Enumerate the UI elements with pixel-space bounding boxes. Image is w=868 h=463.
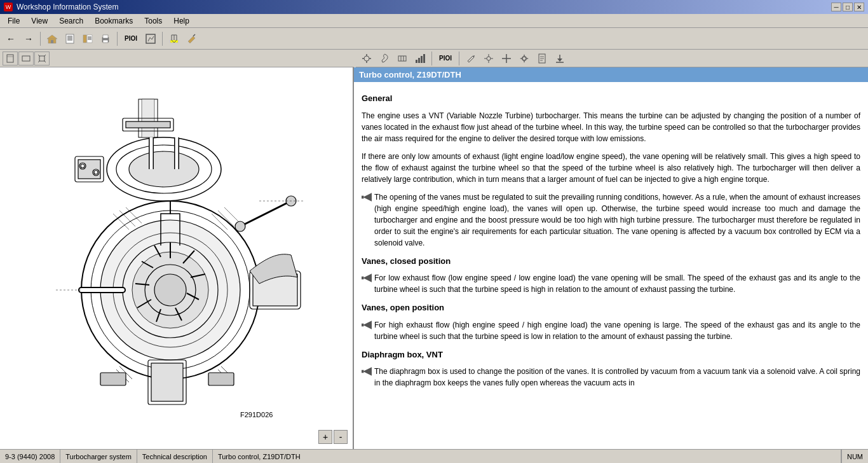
maximize-button[interactable]: □	[843, 3, 853, 11]
zoom-out-button[interactable]: -	[334, 430, 348, 444]
diagram-container: F291D026	[0, 67, 353, 449]
svg-rect-99	[151, 363, 183, 401]
para-general-3-container: The opening of the vanes must be regulat…	[362, 191, 860, 249]
para-diaphragm-container: The diaphragm box is used to change the …	[362, 366, 860, 389]
gear-icon	[519, 53, 529, 64]
annotate-button[interactable]	[184, 31, 200, 47]
content-panel: Turbo control, Z19DT/DTH General The eng…	[354, 67, 868, 449]
status-bar: 9-3 (9440) 2008 Turbocharger system Tech…	[0, 449, 868, 463]
settings-icon	[362, 53, 372, 64]
svg-rect-42	[421, 56, 423, 63]
wrench-icon	[379, 53, 390, 64]
highlight-button[interactable]	[166, 31, 182, 47]
menu-help[interactable]: Help	[168, 14, 194, 27]
svg-rect-40	[416, 60, 417, 63]
close-button[interactable]: ✕	[854, 3, 864, 11]
section-diaphragm: Diaphragm box, VNT The diaphragm box is …	[362, 349, 860, 389]
pioi-button[interactable]: PIOI	[121, 31, 141, 47]
svg-marker-1	[47, 35, 57, 39]
circuit-icon	[397, 53, 407, 64]
para-general-3: The opening of the vanes must be regulat…	[374, 191, 860, 249]
rt-wrench[interactable]	[376, 50, 393, 67]
svg-line-18	[150, 38, 152, 39]
svg-rect-113	[362, 323, 363, 326]
menu-bookmarks[interactable]: Bookmarks	[90, 14, 138, 27]
menu-bar: File View Search Bookmarks Tools Help	[0, 14, 868, 28]
svg-rect-115	[362, 370, 363, 373]
menu-tools[interactable]: Tools	[139, 14, 167, 27]
zoom-controls[interactable]: + -	[318, 430, 348, 444]
svg-line-102	[240, 201, 291, 226]
svg-rect-109	[362, 195, 363, 198]
home-button[interactable]	[44, 31, 60, 47]
svg-point-51	[522, 57, 526, 60]
side-btn-3[interactable]	[34, 52, 50, 66]
svg-line-19	[152, 36, 154, 39]
content-body[interactable]: General The engine uses a VNT (Variable …	[354, 82, 868, 449]
para-diaphragm: The diaphragm box is used to change the …	[374, 366, 860, 389]
minimize-button[interactable]: ─	[831, 3, 841, 11]
print-button[interactable]	[97, 31, 114, 47]
separator3	[162, 32, 163, 46]
fit-page-icon	[6, 54, 15, 63]
title-bar-controls[interactable]: ─ □ ✕	[831, 3, 864, 11]
rt-download[interactable]	[552, 50, 568, 67]
side-btn-2[interactable]	[18, 52, 34, 66]
back-button[interactable]: ←	[3, 31, 19, 47]
svg-rect-43	[423, 54, 425, 63]
window-title: Workshop Information System	[17, 3, 119, 11]
separator1	[40, 32, 41, 46]
title-bar-left: W Workshop Information System	[4, 3, 119, 11]
diagram-icon	[146, 34, 156, 44]
svg-rect-101	[208, 373, 234, 385]
para-vanes-closed: For low exhaust flow (low engine speed /…	[374, 272, 860, 295]
rt-pencil[interactable]	[463, 50, 479, 67]
svg-rect-15	[103, 40, 108, 43]
rt-pioi[interactable]: PIOI	[435, 50, 456, 67]
svg-rect-62	[126, 121, 170, 128]
heading-vanes-open: Vanes, open position	[362, 301, 860, 314]
fit-width-icon	[22, 54, 31, 63]
left-arrow-icon-3	[362, 320, 372, 330]
zoom-in-button[interactable]: +	[318, 430, 332, 444]
rt-settings2[interactable]	[516, 50, 532, 67]
annotate-icon	[187, 34, 197, 44]
rt-lightning[interactable]	[394, 50, 410, 67]
rt-doc[interactable]	[534, 50, 550, 67]
app-icon: W	[4, 3, 13, 11]
rt-crosshair[interactable]	[498, 50, 515, 67]
svg-text:F291D026: F291D026	[240, 411, 273, 418]
svg-point-104	[235, 221, 245, 232]
svg-point-32	[364, 56, 369, 61]
content-title: Turbo control, Z19DT/DTH	[354, 67, 868, 82]
svg-rect-111	[362, 277, 363, 280]
svg-rect-8	[83, 35, 86, 43]
side-btn-1[interactable]	[3, 52, 18, 66]
forward-button[interactable]: →	[20, 31, 37, 47]
menu-file[interactable]: File	[3, 14, 25, 27]
pencil-icon	[466, 53, 476, 64]
rt-settings[interactable]	[358, 50, 375, 67]
svg-line-17	[148, 38, 150, 41]
para-vanes-closed-container: For low exhaust flow (low engine speed /…	[362, 272, 860, 295]
svg-rect-9	[87, 35, 92, 43]
rt-satellite[interactable]	[480, 50, 497, 67]
side-toolbar	[0, 50, 354, 67]
svg-rect-37	[398, 56, 406, 61]
crosshair-icon	[501, 53, 512, 64]
contents-button[interactable]	[62, 31, 78, 47]
rt-chart[interactable]	[412, 50, 428, 67]
para-vanes-open: For high exhaust flow (high engine speed…	[374, 319, 860, 342]
heading-general: General	[362, 92, 860, 105]
download-icon	[555, 53, 565, 64]
menu-search[interactable]: Search	[54, 14, 88, 27]
heading-diaphragm: Diaphragm box, VNT	[362, 349, 860, 361]
menu-view[interactable]: View	[26, 14, 53, 27]
toc-button[interactable]	[79, 31, 96, 47]
status-page-type: Technical description	[137, 450, 213, 463]
svg-rect-14	[103, 35, 108, 38]
svg-line-92	[126, 207, 142, 223]
diagram-button[interactable]	[142, 31, 159, 47]
main-toolbar: ← → PIOI	[0, 28, 868, 50]
svg-marker-114	[363, 367, 372, 376]
